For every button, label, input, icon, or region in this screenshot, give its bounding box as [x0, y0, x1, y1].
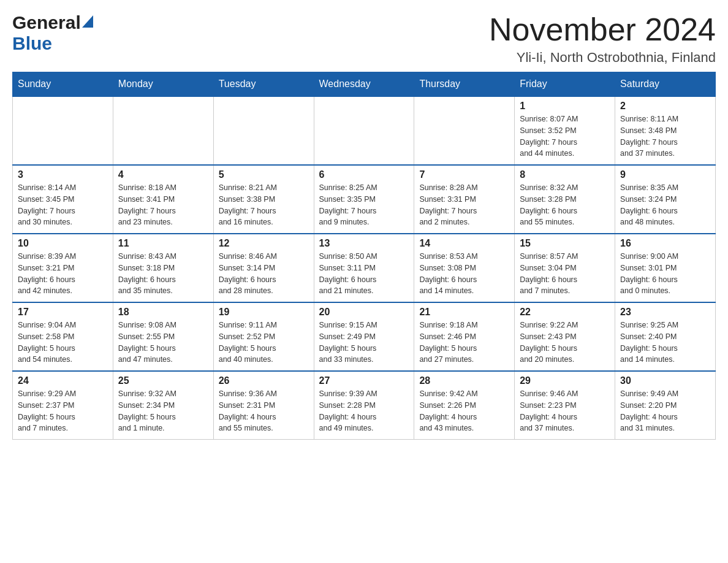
table-row: 19Sunrise: 9:11 AMSunset: 2:52 PMDayligh… — [213, 302, 314, 371]
day-info: Sunrise: 8:07 AMSunset: 3:52 PMDaylight:… — [520, 113, 610, 159]
day-number: 30 — [620, 375, 710, 386]
day-number: 19 — [219, 307, 309, 318]
day-number: 11 — [118, 238, 208, 249]
day-info: Sunrise: 9:22 AMSunset: 2:43 PMDaylight:… — [520, 320, 610, 366]
day-info: Sunrise: 8:11 AMSunset: 3:48 PMDaylight:… — [620, 113, 710, 159]
table-row: 16Sunrise: 9:00 AMSunset: 3:01 PMDayligh… — [615, 234, 716, 302]
day-info: Sunrise: 8:39 AMSunset: 3:21 PMDaylight:… — [18, 251, 108, 297]
header-tuesday: Tuesday — [213, 72, 314, 97]
table-row: 20Sunrise: 9:15 AMSunset: 2:49 PMDayligh… — [314, 302, 414, 371]
day-number: 1 — [520, 101, 610, 112]
table-row: 17Sunrise: 9:04 AMSunset: 2:58 PMDayligh… — [13, 302, 113, 371]
table-row: 9Sunrise: 8:35 AMSunset: 3:24 PMDaylight… — [615, 165, 716, 234]
day-number: 13 — [319, 238, 409, 249]
table-row: 28Sunrise: 9:42 AMSunset: 2:26 PMDayligh… — [414, 371, 515, 440]
day-number: 9 — [620, 169, 710, 180]
day-number: 22 — [520, 307, 610, 318]
day-number: 16 — [620, 238, 710, 249]
location-subtitle: Yli-Ii, North Ostrobothnia, Finland — [489, 50, 716, 66]
table-row: 15Sunrise: 8:57 AMSunset: 3:04 PMDayligh… — [515, 234, 615, 302]
logo-arrow-icon — [82, 15, 93, 30]
day-number: 15 — [520, 238, 610, 249]
logo-general-text: General — [12, 12, 81, 33]
table-row: 18Sunrise: 9:08 AMSunset: 2:55 PMDayligh… — [113, 302, 213, 371]
day-number: 6 — [319, 169, 409, 180]
day-info: Sunrise: 9:46 AMSunset: 2:23 PMDaylight:… — [520, 388, 610, 434]
table-row: 5Sunrise: 8:21 AMSunset: 3:38 PMDaylight… — [213, 165, 314, 234]
table-row: 4Sunrise: 8:18 AMSunset: 3:41 PMDaylight… — [113, 165, 213, 234]
table-row: 11Sunrise: 8:43 AMSunset: 3:18 PMDayligh… — [113, 234, 213, 302]
table-row: 27Sunrise: 9:39 AMSunset: 2:28 PMDayligh… — [314, 371, 414, 440]
day-info: Sunrise: 8:53 AMSunset: 3:08 PMDaylight:… — [419, 251, 509, 297]
table-row: 13Sunrise: 8:50 AMSunset: 3:11 PMDayligh… — [314, 234, 414, 302]
header-saturday: Saturday — [615, 72, 716, 97]
day-info: Sunrise: 9:36 AMSunset: 2:31 PMDaylight:… — [219, 388, 309, 434]
day-info: Sunrise: 8:32 AMSunset: 3:28 PMDaylight:… — [520, 182, 610, 228]
day-number: 21 — [419, 307, 509, 318]
day-info: Sunrise: 9:18 AMSunset: 2:46 PMDaylight:… — [419, 320, 509, 366]
day-info: Sunrise: 9:04 AMSunset: 2:58 PMDaylight:… — [18, 320, 108, 366]
day-number: 2 — [620, 101, 710, 112]
day-number: 12 — [219, 238, 309, 249]
table-row: 26Sunrise: 9:36 AMSunset: 2:31 PMDayligh… — [213, 371, 314, 440]
day-number: 4 — [118, 169, 208, 180]
day-number: 28 — [419, 375, 509, 386]
day-number: 23 — [620, 307, 710, 318]
day-number: 24 — [18, 375, 108, 386]
day-info: Sunrise: 8:50 AMSunset: 3:11 PMDaylight:… — [319, 251, 409, 297]
day-number: 10 — [18, 238, 108, 249]
day-info: Sunrise: 9:29 AMSunset: 2:37 PMDaylight:… — [18, 388, 108, 434]
calendar-week-row: 10Sunrise: 8:39 AMSunset: 3:21 PMDayligh… — [13, 234, 716, 302]
table-row: 6Sunrise: 8:25 AMSunset: 3:35 PMDaylight… — [314, 165, 414, 234]
day-info: Sunrise: 8:21 AMSunset: 3:38 PMDaylight:… — [219, 182, 309, 228]
calendar-header-row: Sunday Monday Tuesday Wednesday Thursday… — [13, 72, 716, 97]
header-thursday: Thursday — [414, 72, 515, 97]
header-monday: Monday — [113, 72, 213, 97]
day-info: Sunrise: 8:25 AMSunset: 3:35 PMDaylight:… — [319, 182, 409, 228]
calendar-week-row: 1Sunrise: 8:07 AMSunset: 3:52 PMDaylight… — [13, 96, 716, 165]
table-row: 1Sunrise: 8:07 AMSunset: 3:52 PMDaylight… — [515, 96, 615, 165]
table-row: 30Sunrise: 9:49 AMSunset: 2:20 PMDayligh… — [615, 371, 716, 440]
day-number: 29 — [520, 375, 610, 386]
table-row — [414, 96, 515, 165]
logo: General Blue — [12, 12, 93, 54]
table-row — [13, 96, 113, 165]
page-header: General Blue November 2024 Yli-Ii, North… — [12, 12, 716, 66]
table-row: 10Sunrise: 8:39 AMSunset: 3:21 PMDayligh… — [13, 234, 113, 302]
table-row: 8Sunrise: 8:32 AMSunset: 3:28 PMDaylight… — [515, 165, 615, 234]
day-number: 17 — [18, 307, 108, 318]
day-number: 26 — [219, 375, 309, 386]
table-row: 22Sunrise: 9:22 AMSunset: 2:43 PMDayligh… — [515, 302, 615, 371]
table-row: 12Sunrise: 8:46 AMSunset: 3:14 PMDayligh… — [213, 234, 314, 302]
day-number: 14 — [419, 238, 509, 249]
day-info: Sunrise: 9:49 AMSunset: 2:20 PMDaylight:… — [620, 388, 710, 434]
day-info: Sunrise: 8:35 AMSunset: 3:24 PMDaylight:… — [620, 182, 710, 228]
table-row — [314, 96, 414, 165]
logo-blue-text: Blue — [12, 33, 52, 53]
day-info: Sunrise: 9:32 AMSunset: 2:34 PMDaylight:… — [118, 388, 208, 434]
calendar-week-row: 17Sunrise: 9:04 AMSunset: 2:58 PMDayligh… — [13, 302, 716, 371]
day-info: Sunrise: 9:11 AMSunset: 2:52 PMDaylight:… — [219, 320, 309, 366]
day-info: Sunrise: 8:18 AMSunset: 3:41 PMDaylight:… — [118, 182, 208, 228]
day-info: Sunrise: 8:57 AMSunset: 3:04 PMDaylight:… — [520, 251, 610, 297]
day-number: 25 — [118, 375, 208, 386]
title-block: November 2024 Yli-Ii, North Ostrobothnia… — [489, 12, 716, 66]
svg-marker-0 — [82, 15, 93, 28]
day-info: Sunrise: 8:43 AMSunset: 3:18 PMDaylight:… — [118, 251, 208, 297]
day-number: 7 — [419, 169, 509, 180]
day-info: Sunrise: 9:15 AMSunset: 2:49 PMDaylight:… — [319, 320, 409, 366]
day-number: 27 — [319, 375, 409, 386]
calendar-week-row: 24Sunrise: 9:29 AMSunset: 2:37 PMDayligh… — [13, 371, 716, 440]
day-number: 5 — [219, 169, 309, 180]
header-sunday: Sunday — [13, 72, 113, 97]
calendar-table: Sunday Monday Tuesday Wednesday Thursday… — [12, 72, 716, 440]
table-row: 21Sunrise: 9:18 AMSunset: 2:46 PMDayligh… — [414, 302, 515, 371]
day-info: Sunrise: 9:00 AMSunset: 3:01 PMDaylight:… — [620, 251, 710, 297]
table-row — [213, 96, 314, 165]
table-row: 29Sunrise: 9:46 AMSunset: 2:23 PMDayligh… — [515, 371, 615, 440]
table-row: 24Sunrise: 9:29 AMSunset: 2:37 PMDayligh… — [13, 371, 113, 440]
table-row: 2Sunrise: 8:11 AMSunset: 3:48 PMDaylight… — [615, 96, 716, 165]
table-row: 23Sunrise: 9:25 AMSunset: 2:40 PMDayligh… — [615, 302, 716, 371]
month-title: November 2024 — [489, 12, 716, 47]
table-row: 7Sunrise: 8:28 AMSunset: 3:31 PMDaylight… — [414, 165, 515, 234]
